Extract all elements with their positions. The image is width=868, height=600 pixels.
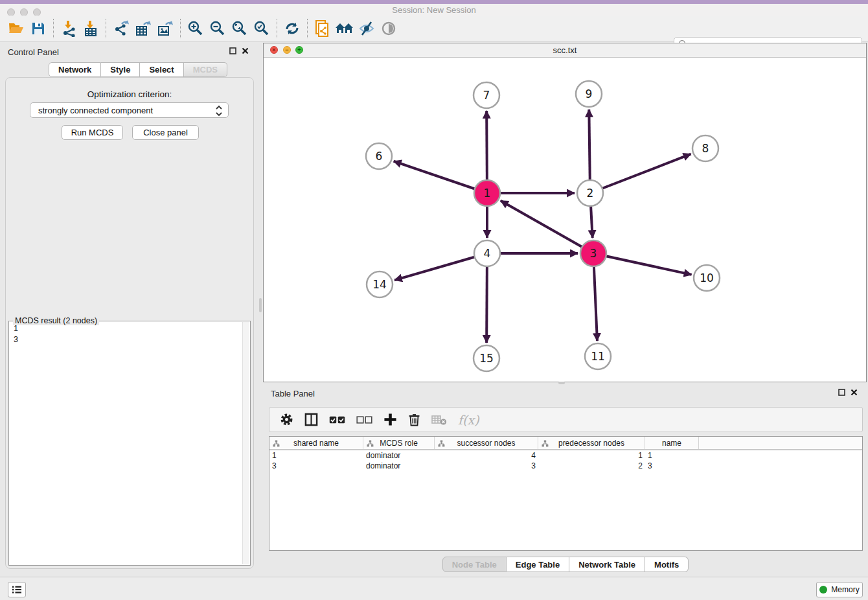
close-panel-icon[interactable]: [851, 389, 858, 396]
tab-select[interactable]: Select: [140, 62, 183, 77]
tab-motifs[interactable]: Motifs: [645, 557, 689, 572]
column-header-shared-name[interactable]: shared name: [269, 437, 363, 449]
tab-mcds[interactable]: MCDS: [184, 62, 227, 77]
zoom-in-icon[interactable]: [185, 18, 207, 39]
settings-gear-icon[interactable]: [280, 413, 293, 426]
edge-2-8[interactable]: [590, 154, 691, 193]
table-cell[interactable]: 3: [435, 461, 538, 470]
column-header-successor-nodes[interactable]: successor nodes: [435, 437, 538, 449]
optimization-criterion-label: Optimization criterion:: [6, 89, 253, 99]
zoom-fit-icon[interactable]: [229, 18, 251, 39]
vertical-splitter-handle[interactable]: [259, 298, 262, 312]
mcds-result-text[interactable]: 1 3: [10, 323, 18, 345]
hide-selected-icon[interactable]: [356, 18, 378, 39]
edge-4-14[interactable]: [394, 253, 487, 280]
app-titlebar: Session: New Session: [0, 4, 868, 16]
import-network-icon[interactable]: [58, 18, 80, 39]
node-7[interactable]: 7: [474, 82, 499, 108]
table-cell[interactable]: 1: [645, 451, 699, 460]
copy-network-icon[interactable]: [312, 18, 334, 39]
column-label: MCDS role: [380, 439, 418, 448]
toolbar-separator: [180, 19, 181, 38]
network-window-titlebar[interactable]: × − + scc.txt: [264, 43, 866, 58]
tab-edge-table[interactable]: Edge Table: [507, 557, 569, 572]
zoom-out-icon[interactable]: [207, 18, 229, 39]
node-label: 9: [586, 87, 593, 100]
node-label: 14: [372, 278, 387, 291]
column-selector-icon[interactable]: [304, 413, 318, 426]
run-mcds-button[interactable]: Run MCDS: [62, 125, 123, 140]
table-cell[interactable]: 4: [435, 451, 538, 460]
network-canvas[interactable]: 7968124314101511: [264, 58, 866, 382]
node-label: 11: [591, 350, 605, 363]
network-view-window: × − + scc.txt 7968124314101511: [263, 43, 867, 382]
node-10[interactable]: 10: [694, 265, 720, 291]
node-1[interactable]: 1: [474, 180, 500, 206]
attribute-tree-icon: [367, 440, 374, 447]
export-table-icon[interactable]: [132, 18, 154, 39]
toolbar-separator: [53, 19, 54, 38]
delete-column-icon[interactable]: [408, 413, 420, 426]
table-cell[interactable]: 3: [269, 461, 363, 470]
delete-table-icon[interactable]: [431, 414, 447, 426]
node-8[interactable]: 8: [692, 135, 718, 161]
node-3[interactable]: 3: [580, 240, 606, 266]
result-scrollbar[interactable]: [242, 322, 249, 564]
table-cell[interactable]: 1: [538, 451, 645, 460]
node-15[interactable]: 15: [474, 345, 499, 371]
node-label: 8: [702, 142, 709, 155]
node-label: 6: [376, 150, 383, 163]
column-header-predecessor-nodes[interactable]: predecessor nodes: [538, 437, 645, 449]
deselect-all-icon[interactable]: [356, 415, 372, 424]
tab-style[interactable]: Style: [101, 62, 140, 77]
network-title: scc.txt: [264, 45, 866, 55]
import-table-icon[interactable]: [80, 18, 102, 39]
table-row[interactable]: 3dominator323: [269, 461, 862, 471]
tab-network-table[interactable]: Network Table: [569, 557, 645, 572]
function-builder-icon[interactable]: f(x): [458, 413, 479, 427]
memory-button[interactable]: Memory: [816, 582, 863, 597]
home-icon[interactable]: [334, 18, 356, 39]
mcds-panel: Optimization criterion: strongly connect…: [5, 77, 254, 569]
column-header-name[interactable]: name: [645, 437, 699, 449]
close-panel-icon[interactable]: [242, 47, 249, 54]
table-cell[interactable]: 2: [538, 461, 645, 470]
chevron-up-down-icon: [215, 105, 223, 117]
column-label: name: [662, 439, 681, 448]
edge-1-6[interactable]: [394, 161, 487, 193]
export-image-icon[interactable]: [154, 18, 176, 39]
edge-3-10[interactable]: [593, 253, 692, 275]
horizontal-splitter-handle[interactable]: [558, 382, 565, 384]
node-14[interactable]: 14: [367, 271, 393, 297]
open-session-icon[interactable]: [5, 18, 27, 39]
zoom-selected-icon[interactable]: [251, 18, 273, 39]
node-2[interactable]: 2: [577, 180, 603, 206]
node-11[interactable]: 11: [585, 343, 611, 369]
select-all-icon[interactable]: [329, 415, 345, 424]
node-table[interactable]: shared nameMCDS rolesuccessor nodesprede…: [269, 436, 863, 551]
table-cell[interactable]: 3: [645, 461, 699, 470]
float-panel-icon[interactable]: [229, 47, 236, 54]
tab-node-table[interactable]: Node Table: [442, 557, 507, 572]
optimization-criterion-select[interactable]: strongly connected component: [30, 102, 229, 118]
table-cell[interactable]: 1: [269, 451, 363, 460]
table-cell[interactable]: dominator: [363, 461, 435, 470]
column-header-MCDS-role[interactable]: MCDS role: [363, 437, 435, 449]
save-session-icon[interactable]: [27, 18, 49, 39]
close-panel-button[interactable]: Close panel: [132, 125, 199, 140]
tab-network[interactable]: Network: [49, 62, 101, 77]
table-cell[interactable]: dominator: [363, 451, 435, 460]
export-network-icon[interactable]: [110, 18, 132, 39]
attribute-tree-icon: [542, 440, 549, 447]
status-bar: Memory: [0, 577, 868, 600]
float-panel-icon[interactable]: [838, 389, 845, 396]
edge-3-1[interactable]: [501, 201, 593, 253]
table-row[interactable]: 1dominator411: [269, 450, 862, 461]
apply-layout-icon[interactable]: [281, 18, 303, 39]
node-9[interactable]: 9: [576, 81, 602, 107]
node-6[interactable]: 6: [366, 143, 392, 169]
show-hidden-icon[interactable]: [378, 18, 400, 39]
node-4[interactable]: 4: [474, 240, 500, 266]
panel-menu-button[interactable]: [8, 582, 26, 597]
add-column-icon[interactable]: [383, 413, 397, 426]
